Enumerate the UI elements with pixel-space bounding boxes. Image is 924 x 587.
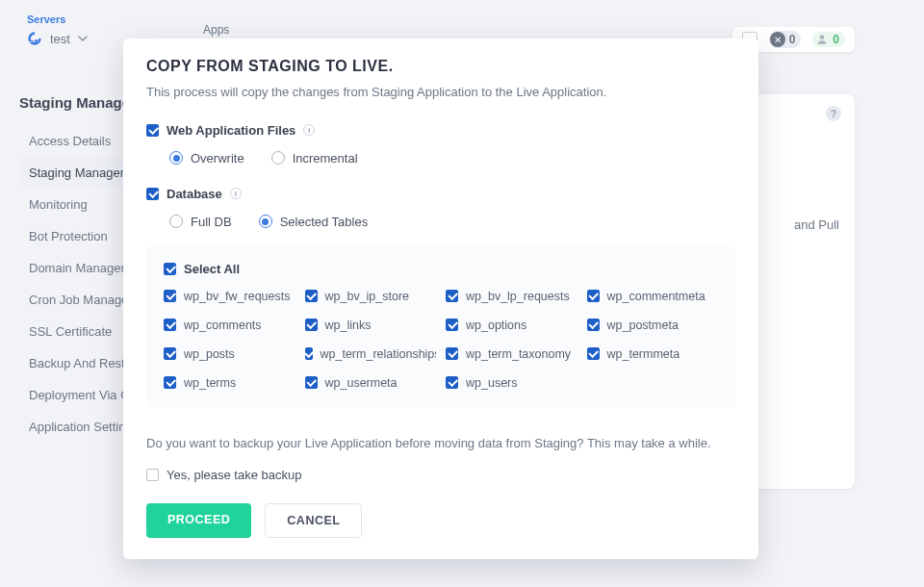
table-item-label: wp_termmeta: [607, 347, 680, 361]
table-item-label: wp_posts: [184, 347, 235, 361]
panel-text-fragment: and Pull: [794, 217, 839, 232]
table-item[interactable]: wp_term_taxonomy: [446, 347, 578, 361]
table-item[interactable]: wp_comments: [164, 319, 295, 332]
radio-option[interactable]: Full DB: [169, 215, 232, 229]
breadcrumb-apps-link[interactable]: Apps: [203, 23, 229, 37]
radio-icon: [169, 215, 183, 228]
modal-subtitle: This process will copy the changes from …: [146, 83, 735, 102]
modal-buttons: PROCEED CANCEL: [146, 503, 735, 538]
table-item-label: wp_options: [466, 319, 526, 332]
checkbox-table[interactable]: [305, 376, 318, 389]
checkbox-table[interactable]: [446, 376, 458, 389]
option-web-files[interactable]: Web Application Files i: [146, 123, 735, 138]
notifications-count: 0: [789, 33, 796, 46]
table-item[interactable]: wp_terms: [164, 376, 295, 390]
copy-staging-modal: COPY FROM STAGING TO LIVE. This process …: [123, 38, 758, 559]
table-item-label: wp_bv_ip_store: [325, 290, 410, 303]
table-item-label: wp_usermeta: [325, 376, 398, 390]
checkbox-backup[interactable]: [146, 469, 159, 481]
radio-option[interactable]: Overwrite: [169, 151, 244, 166]
checkbox-table[interactable]: [164, 290, 176, 302]
table-item-label: wp_links: [325, 319, 372, 332]
backup-checkbox-label: Yes, please take backup: [167, 468, 301, 482]
users-count: 0: [833, 33, 839, 46]
checkbox-table[interactable]: [587, 347, 600, 360]
checkbox-table[interactable]: [446, 347, 458, 360]
table-item[interactable]: wp_termmeta: [587, 347, 719, 361]
checkbox-table[interactable]: [305, 319, 318, 331]
table-item-label: wp_bv_fw_requests: [184, 290, 290, 303]
radios-web-files: OverwriteIncremental: [169, 151, 735, 166]
table-item-label: wp_commentmeta: [607, 290, 706, 303]
radio-option[interactable]: Selected Tables: [259, 215, 369, 229]
server-name: test: [50, 32, 70, 46]
checkbox-web-files[interactable]: [146, 124, 159, 137]
server-selector[interactable]: test: [27, 31, 88, 46]
chevron-down-icon: [78, 34, 88, 43]
table-item-label: wp_term_relationships: [321, 347, 437, 361]
tables-box: Select All wp_bv_fw_requestswp_bv_ip_sto…: [146, 246, 735, 407]
checkbox-table[interactable]: [587, 319, 600, 331]
close-circle-icon: ✕: [770, 32, 785, 47]
table-item-label: wp_postmeta: [607, 319, 679, 332]
table-item[interactable]: wp_users: [446, 376, 578, 390]
table-item[interactable]: wp_links: [305, 319, 437, 332]
table-item[interactable]: wp_posts: [164, 347, 295, 361]
breadcrumb-servers-link[interactable]: Servers: [27, 13, 88, 25]
info-icon[interactable]: i: [230, 188, 242, 199]
table-item[interactable]: wp_term_relationships: [305, 347, 437, 361]
select-all-row[interactable]: Select All: [164, 262, 718, 276]
checkbox-table[interactable]: [164, 376, 176, 389]
provider-icon: [27, 31, 42, 46]
backup-checkbox-row[interactable]: Yes, please take backup: [146, 468, 735, 482]
table-item[interactable]: wp_options: [446, 319, 578, 332]
info-icon[interactable]: i: [303, 124, 315, 136]
table-item-label: wp_users: [466, 376, 518, 390]
radio-label: Overwrite: [191, 151, 244, 166]
backup-question: Do you want to backup your Live Applicat…: [146, 436, 735, 450]
checkbox-table[interactable]: [305, 347, 313, 360]
radio-icon: [169, 151, 183, 165]
checkbox-table[interactable]: [164, 319, 176, 331]
checkbox-database[interactable]: [146, 188, 159, 200]
users-badge[interactable]: 0: [812, 32, 845, 47]
breadcrumb: Servers test: [27, 13, 88, 46]
proceed-button[interactable]: PROCEED: [146, 503, 251, 538]
table-item[interactable]: wp_usermeta: [305, 376, 437, 390]
radio-option[interactable]: Incremental: [271, 151, 358, 166]
table-item[interactable]: wp_bv_lp_requests: [446, 290, 578, 303]
checkbox-table[interactable]: [446, 319, 458, 331]
option-web-files-label: Web Application Files: [167, 123, 295, 138]
radio-label: Incremental: [293, 151, 358, 166]
checkbox-select-all[interactable]: [164, 263, 176, 275]
checkbox-table[interactable]: [446, 290, 458, 302]
help-icon[interactable]: ?: [826, 106, 841, 121]
table-item[interactable]: wp_bv_ip_store: [305, 290, 437, 303]
table-item-label: wp_term_taxonomy: [466, 347, 571, 361]
option-database[interactable]: Database i: [146, 187, 735, 201]
select-all-label: Select All: [184, 262, 240, 276]
radio-label: Selected Tables: [280, 215, 369, 229]
checkbox-table[interactable]: [305, 290, 318, 302]
notifications-badge[interactable]: ✕ 0: [769, 31, 802, 48]
table-item[interactable]: wp_commentmeta: [587, 290, 719, 303]
radio-icon: [259, 215, 272, 228]
option-database-label: Database: [167, 187, 222, 201]
radio-label: Full DB: [191, 215, 232, 229]
table-item-label: wp_bv_lp_requests: [466, 290, 570, 303]
cancel-button[interactable]: CANCEL: [265, 503, 362, 538]
radios-database: Full DBSelected Tables: [169, 215, 735, 229]
tables-grid: wp_bv_fw_requestswp_bv_ip_storewp_bv_lp_…: [164, 290, 718, 390]
modal-title: COPY FROM STAGING TO LIVE.: [146, 58, 735, 75]
user-icon: [815, 33, 829, 46]
table-item[interactable]: wp_bv_fw_requests: [164, 290, 295, 303]
table-item-label: wp_terms: [184, 376, 236, 390]
table-item[interactable]: wp_postmeta: [587, 319, 719, 332]
checkbox-table[interactable]: [587, 290, 600, 302]
checkbox-table[interactable]: [164, 347, 176, 360]
radio-icon: [271, 151, 285, 165]
table-item-label: wp_comments: [184, 319, 262, 332]
